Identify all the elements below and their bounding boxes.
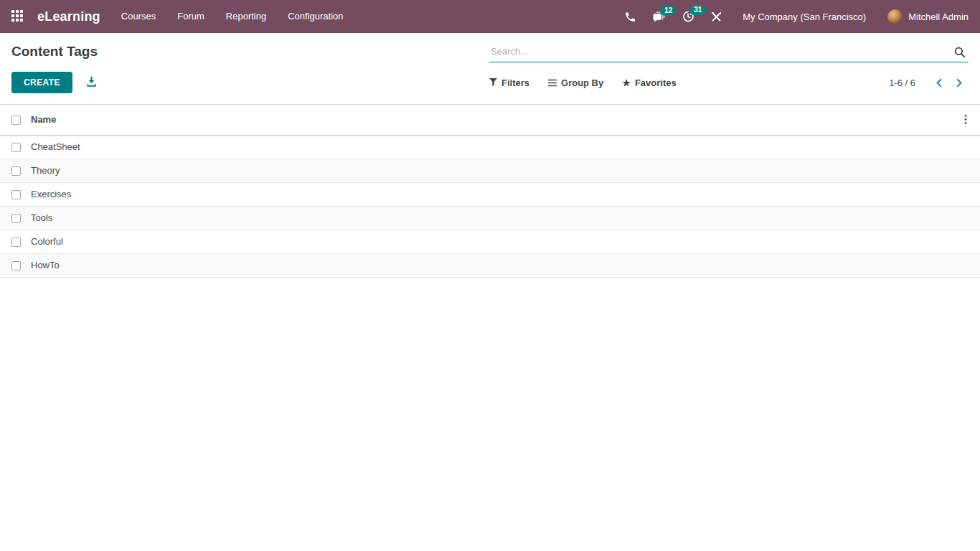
table-row[interactable]: HowTo bbox=[0, 253, 980, 277]
avatar bbox=[887, 9, 903, 24]
select-all-cell bbox=[0, 105, 31, 135]
user-name: Mitchell Admin bbox=[908, 11, 969, 22]
tag-name[interactable]: HowTo bbox=[31, 253, 960, 277]
optional-columns-icon[interactable] bbox=[960, 113, 971, 126]
tag-name[interactable]: CheatSheet bbox=[31, 135, 960, 159]
row-checkbox-cell bbox=[0, 182, 31, 206]
row-checkbox-cell bbox=[0, 206, 31, 230]
activities-icon[interactable]: 31 bbox=[682, 10, 694, 23]
table-row[interactable]: Tools bbox=[0, 206, 980, 230]
row-checkbox-cell bbox=[0, 159, 31, 182]
messages-icon[interactable]: 12 bbox=[652, 11, 666, 23]
row-checkbox-cell bbox=[0, 230, 31, 253]
search-options: Filters Group By ★ Favorites bbox=[489, 75, 695, 91]
search-bar bbox=[489, 42, 969, 62]
list-header-row: Name bbox=[0, 105, 980, 135]
tag-name[interactable]: Colorful bbox=[31, 230, 960, 253]
create-button[interactable]: CREATE bbox=[11, 72, 72, 93]
app-name[interactable]: eLearning bbox=[37, 9, 100, 24]
control-panel: Content Tags CREATE Filters bbox=[0, 33, 980, 105]
company-switcher[interactable]: My Company (San Francisco) bbox=[743, 11, 866, 22]
group-by-icon bbox=[548, 79, 557, 87]
row-checkbox[interactable] bbox=[11, 190, 21, 199]
messages-badge: 12 bbox=[660, 6, 677, 16]
optional-columns-cell bbox=[960, 105, 980, 135]
search-input[interactable] bbox=[489, 42, 969, 62]
group-by-button[interactable]: Group By bbox=[548, 75, 603, 91]
table-row[interactable]: Theory bbox=[0, 159, 980, 182]
phone-icon[interactable] bbox=[624, 11, 636, 23]
select-all-checkbox[interactable] bbox=[11, 116, 21, 125]
pager: 1-6 / 6 bbox=[889, 76, 969, 90]
table-row[interactable]: Exercises bbox=[0, 182, 980, 206]
tag-rows: CheatSheet Theory Exercises bbox=[0, 135, 980, 277]
systray: 12 31 My Company (San Francisco) Mitchel… bbox=[608, 9, 969, 24]
row-checkbox[interactable] bbox=[11, 166, 21, 176]
menu-item[interactable]: Reporting bbox=[215, 0, 277, 33]
row-checkbox[interactable] bbox=[11, 214, 21, 223]
apps-menu-icon[interactable] bbox=[11, 10, 24, 23]
pager-next-icon[interactable] bbox=[949, 76, 969, 90]
content-tags-list: Name CheatSheet Theory bbox=[0, 105, 980, 278]
table-row[interactable]: Colorful bbox=[0, 230, 980, 253]
row-checkbox[interactable] bbox=[11, 261, 21, 270]
export-icon[interactable] bbox=[84, 74, 99, 91]
tag-name[interactable]: Theory bbox=[31, 159, 960, 182]
menu-item[interactable]: Forum bbox=[166, 0, 215, 33]
app-menu: CoursesForumReportingConfiguration bbox=[110, 0, 354, 33]
row-checkbox-cell bbox=[0, 135, 31, 159]
pager-range: 1-6 / 6 bbox=[889, 77, 915, 88]
filter-icon bbox=[489, 78, 497, 87]
tag-name[interactable]: Tools bbox=[31, 206, 960, 230]
row-checkbox-cell bbox=[0, 253, 31, 277]
tag-name[interactable]: Exercises bbox=[31, 182, 960, 206]
tools-icon[interactable] bbox=[710, 11, 722, 23]
pager-previous-icon[interactable] bbox=[930, 76, 949, 90]
row-checkbox[interactable] bbox=[11, 237, 21, 247]
activities-badge: 31 bbox=[689, 5, 706, 15]
row-checkbox[interactable] bbox=[11, 143, 21, 152]
filters-button[interactable]: Filters bbox=[489, 75, 529, 91]
page-title: Content Tags bbox=[11, 42, 489, 60]
star-icon: ★ bbox=[622, 78, 631, 88]
menu-item[interactable]: Configuration bbox=[277, 0, 354, 33]
top-navbar: eLearning CoursesForumReportingConfigura… bbox=[0, 0, 980, 33]
menu-item[interactable]: Courses bbox=[110, 0, 166, 33]
user-menu[interactable]: Mitchell Admin bbox=[887, 9, 969, 24]
table-row[interactable]: CheatSheet bbox=[0, 135, 980, 159]
favorites-button[interactable]: ★ Favorites bbox=[622, 75, 676, 91]
column-header-name[interactable]: Name bbox=[31, 105, 960, 135]
search-icon[interactable] bbox=[953, 46, 966, 62]
